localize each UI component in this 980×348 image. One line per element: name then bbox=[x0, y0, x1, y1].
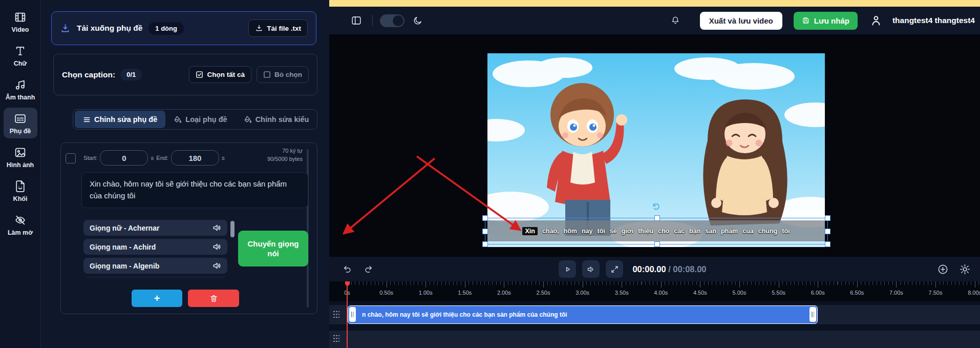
toggle-panel-button[interactable] bbox=[349, 13, 364, 28]
volume-button[interactable] bbox=[582, 260, 600, 278]
tab-label: Chỉnh sửa phụ đề bbox=[94, 115, 157, 124]
sidebar-item-text[interactable]: Chữ bbox=[4, 40, 37, 71]
file-smile-icon bbox=[14, 180, 27, 193]
voice-item[interactable]: Giọng nam - Achird bbox=[83, 239, 227, 255]
ruler-label: 7.50s bbox=[929, 290, 943, 296]
notifications-bell-button[interactable] bbox=[668, 13, 683, 28]
ruler-label: 7.00s bbox=[889, 290, 903, 296]
subtitle-selection-box[interactable] bbox=[485, 218, 828, 244]
checkbox-empty-icon bbox=[263, 71, 271, 78]
text-icon bbox=[14, 45, 27, 57]
fullscreen-button[interactable] bbox=[606, 260, 623, 278]
byte-count: 90/5000 bytes bbox=[267, 155, 303, 163]
tab-label: Chỉnh sửa kiểu bbox=[255, 115, 309, 124]
voice-name: Giọng nam - Algenib bbox=[90, 262, 212, 270]
download-subtitle-card: Tải xuống phụ đề 1 dòng Tải file .txt bbox=[51, 11, 316, 45]
sidebar-item-audio[interactable]: Âm thanh bbox=[4, 74, 37, 105]
timeline-settings-gear-button[interactable] bbox=[957, 261, 973, 277]
save-draft-label: Lưu nháp bbox=[814, 16, 849, 25]
resize-handle-bottom-left[interactable] bbox=[482, 241, 488, 247]
total-time: 00:08.00 bbox=[673, 264, 706, 274]
theme-toggle-switch[interactable] bbox=[380, 14, 404, 27]
voice-list-scrollbar[interactable] bbox=[230, 220, 235, 277]
add-subtitle-button[interactable]: + bbox=[132, 290, 182, 307]
paint-bucket-icon bbox=[244, 115, 252, 124]
sidebar-item-label: Khối bbox=[13, 195, 28, 202]
speaker-icon[interactable] bbox=[212, 223, 221, 232]
start-input[interactable] bbox=[100, 150, 148, 166]
sidebar-item-blur[interactable]: Làm mờ bbox=[4, 209, 37, 240]
list-icon bbox=[83, 116, 91, 124]
timeline-ruler[interactable]: 0s0.50s1.00s1.50s2.00s2.50s3.00s3.50s4.0… bbox=[329, 281, 980, 301]
username-label: thangtest4 thangtest4 bbox=[892, 16, 975, 25]
timecode-display: 00:00.00 / 00:08.00 bbox=[632, 264, 706, 274]
resize-handle-top-right[interactable] bbox=[825, 215, 830, 221]
eye-off-icon bbox=[14, 214, 27, 227]
audio-track-row bbox=[329, 331, 980, 348]
export-video-button[interactable]: Xuất và lưu video bbox=[700, 12, 782, 30]
voice-name: Giọng nữ - Achernar bbox=[90, 224, 212, 232]
play-button[interactable] bbox=[559, 260, 576, 278]
clip-trim-handle-left[interactable] bbox=[349, 307, 356, 322]
sidebar-item-video[interactable]: Video bbox=[4, 6, 37, 37]
resize-handle-bottom[interactable] bbox=[654, 241, 660, 247]
subtitle-clip[interactable]: n chào, hôm nay tôi sẽ giới thiệu cho cá… bbox=[348, 305, 818, 324]
sidebar-item-block[interactable]: Khối bbox=[4, 175, 37, 206]
sidebar-item-image[interactable]: Hình ảnh bbox=[4, 141, 37, 172]
start-suffix: s bbox=[151, 155, 154, 161]
subtitle-text-input[interactable] bbox=[81, 172, 308, 208]
rotate-handle-icon[interactable] bbox=[652, 202, 661, 211]
girl-character bbox=[703, 99, 787, 226]
voice-item[interactable]: Giọng nam - Algenib bbox=[83, 258, 227, 274]
speaker-icon[interactable] bbox=[212, 242, 221, 251]
timeline: 0s0.50s1.00s1.50s2.00s2.50s3.00s3.50s4.0… bbox=[329, 281, 980, 348]
download-txt-button[interactable]: Tải file .txt bbox=[248, 19, 308, 37]
resize-handle-top-left[interactable] bbox=[482, 215, 488, 221]
trash-icon bbox=[209, 294, 219, 303]
ruler-label: 2.50s bbox=[537, 290, 550, 296]
clip-trim-handle-right[interactable] bbox=[809, 307, 816, 322]
end-input[interactable] bbox=[171, 150, 219, 166]
subtitle-tabs: Chỉnh sửa phụ đề Loại phụ đề Chỉnh sửa k… bbox=[73, 109, 317, 130]
line-count-badge: 1 dòng bbox=[148, 22, 184, 35]
select-all-label: Chọn tất cả bbox=[207, 71, 245, 78]
playback-controls: 00:00.00 / 00:08.00 bbox=[329, 256, 980, 281]
resize-handle-top[interactable] bbox=[654, 215, 660, 221]
start-label: Start: bbox=[83, 155, 97, 161]
voice-item[interactable] bbox=[83, 277, 227, 277]
delete-subtitle-button[interactable] bbox=[188, 290, 239, 307]
paint-bucket-icon bbox=[174, 115, 182, 124]
redo-button[interactable] bbox=[361, 262, 375, 276]
save-icon bbox=[802, 16, 810, 25]
save-draft-button[interactable]: Lưu nháp bbox=[794, 12, 858, 30]
resize-handle-right[interactable] bbox=[825, 229, 830, 234]
track-drag-handle[interactable] bbox=[333, 334, 339, 343]
deselect-button[interactable]: Bỏ chọn bbox=[257, 66, 309, 83]
voice-item[interactable]: Giọng nữ - Achernar bbox=[83, 220, 227, 236]
end-suffix: s bbox=[222, 155, 225, 161]
undo-button[interactable] bbox=[340, 262, 355, 276]
select-all-button[interactable]: Chọn tất cả bbox=[189, 66, 251, 83]
zoom-add-button[interactable] bbox=[935, 261, 951, 277]
tab-edit-style[interactable]: Chỉnh sửa kiểu bbox=[236, 111, 317, 128]
editor-scrollbar[interactable] bbox=[307, 149, 309, 308]
subtitle-row-checkbox[interactable] bbox=[66, 153, 76, 163]
video-preview-area: Xinchào,hômnaytôisẽgiớithiệuchocácbạnsản… bbox=[329, 34, 980, 256]
resize-handle-bottom-right[interactable] bbox=[825, 241, 830, 247]
current-time: 00:00.00 bbox=[632, 264, 666, 274]
top-accent-bar bbox=[329, 0, 980, 7]
resize-handle-left[interactable] bbox=[482, 229, 488, 234]
sidebar-item-label: Phụ đề bbox=[10, 128, 31, 135]
ruler-label: 6.00s bbox=[811, 290, 825, 296]
download-icon bbox=[60, 23, 71, 34]
sidebar-item-subtitle[interactable]: Phụ đề bbox=[4, 108, 37, 138]
convert-voice-button[interactable]: Chuyển giọng nói bbox=[238, 231, 308, 267]
tab-subtitle-type[interactable]: Loại phụ đề bbox=[165, 111, 235, 128]
tab-edit-subtitle[interactable]: Chỉnh sửa phụ đề bbox=[75, 111, 165, 128]
voice-scroll-thumb[interactable] bbox=[230, 221, 235, 237]
download-icon bbox=[255, 24, 263, 32]
track-drag-handle[interactable] bbox=[333, 310, 339, 319]
user-avatar-icon[interactable] bbox=[868, 12, 884, 29]
speaker-icon[interactable] bbox=[212, 261, 221, 270]
ruler-label: 6.50s bbox=[850, 290, 864, 296]
